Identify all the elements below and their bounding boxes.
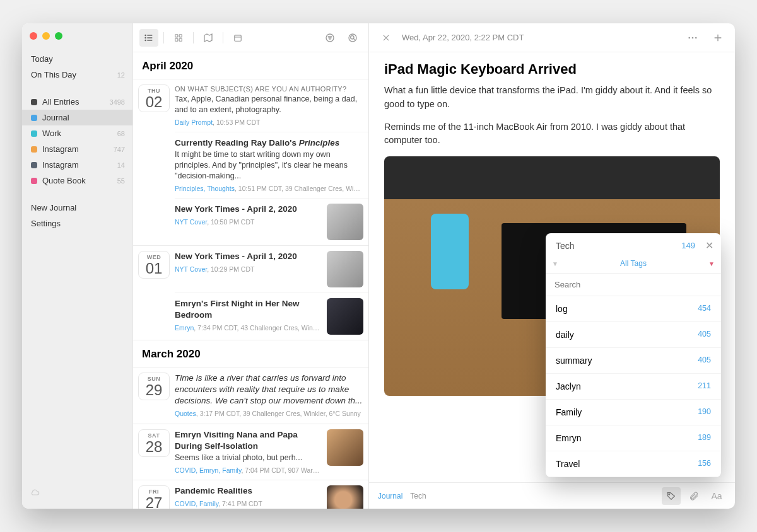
sidebar-item-settings[interactable]: Settings [22, 216, 132, 231]
tag-list-item[interactable]: daily405 [546, 322, 721, 348]
entry-row[interactable]: Emryn's First Night in Her New BedroomEm… [175, 293, 368, 340]
day-row: FRI27Pandemic RealitiesCOVID, Family, 7:… [133, 480, 368, 509]
entry-row[interactable]: Time is like a river that carries us for… [175, 367, 368, 424]
entry-row[interactable]: Currently Reading Ray Dalio's Principles… [175, 132, 368, 199]
window-controls [22, 26, 132, 51]
entry-title: New York Times - April 1, 2020 [175, 251, 322, 262]
date-badge: THU02 [138, 84, 170, 112]
entry-meta: Emryn, 7:34 PM CDT, 43 Challenger Cres, … [175, 323, 322, 332]
count: 14 [117, 161, 125, 169]
tag-name: log [556, 304, 568, 314]
entry-title: New York Times - April 2, 2020 [175, 204, 322, 215]
tag-count: 190 [698, 407, 711, 417]
month-header: March 2020 [133, 340, 368, 367]
attachment-icon[interactable] [684, 487, 703, 505]
entry-title: Emryn Visiting Nana and Papa During Self… [175, 429, 322, 452]
tag-count: 156 [698, 459, 711, 469]
tag-icon[interactable] [662, 487, 681, 505]
list-view-icon[interactable] [139, 29, 158, 47]
tag-name: Travel [556, 459, 580, 469]
entry-meta: Principles, Thoughts, 10:51 PM CDT, 39 C… [175, 184, 363, 193]
tab-all-tags[interactable]: All Tags [558, 259, 708, 268]
svg-point-22 [688, 37, 690, 38]
calendar-view-icon[interactable] [228, 29, 247, 47]
sidebar-item-on-this-day[interactable]: On This Day 12 [22, 67, 132, 83]
entry-date: Wed, Apr 22, 2020, 2:22 PM CDT [402, 33, 524, 42]
search-icon[interactable] [343, 29, 362, 47]
tag-name: daily [556, 330, 574, 340]
close-entry-icon[interactable] [377, 29, 396, 47]
more-icon[interactable] [683, 29, 702, 47]
cloud-sync-icon [30, 489, 40, 499]
current-tag-count: 149 [681, 241, 695, 250]
journal-color-icon [31, 115, 37, 121]
label: Instagram [42, 160, 79, 170]
footer-journal-tag[interactable]: Journal [378, 492, 402, 500]
label: Instagram [42, 144, 79, 154]
tag-list-item[interactable]: Emryn189 [546, 425, 721, 451]
entry-title: iPad Magic Keyboard Arrived [384, 61, 720, 78]
list-toolbar [133, 23, 368, 52]
sidebar-item-journal[interactable]: All Entries3498 [22, 94, 132, 110]
minimize-window-button[interactable] [42, 32, 50, 40]
svg-rect-11 [235, 35, 242, 40]
entry-row[interactable]: Pandemic RealitiesCOVID, Family, 7:41 PM… [175, 480, 368, 509]
map-view-icon[interactable] [199, 29, 218, 47]
sidebar-item-journal[interactable]: Quote Book55 [22, 173, 132, 188]
tag-list[interactable]: log454daily405summary405Jaclyn211Family1… [546, 296, 721, 477]
month-header: April 2020 [133, 52, 368, 79]
chevron-down-icon[interactable]: ▼ [552, 260, 558, 267]
sidebar-item-journal[interactable]: Instagram14 [22, 157, 132, 173]
entry-row[interactable]: Emryn Visiting Nana and Papa During Self… [175, 424, 368, 480]
maximize-window-button[interactable] [55, 32, 62, 40]
svg-point-23 [692, 37, 694, 38]
svg-point-5 [145, 40, 146, 40]
entry-footer: Journal Tech Aa [369, 482, 735, 509]
tag-list-item[interactable]: Family190 [546, 400, 721, 425]
entry-paragraph: What a fun little device that transforms… [384, 84, 720, 112]
entry-row[interactable]: ON WHAT SUBJECT(S) ARE YOU AN AUTHORITY?… [175, 79, 368, 132]
entry-body: Seems like a trivial photo, but perh... [175, 453, 322, 463]
sidebar-item-journal[interactable]: Work68 [22, 125, 132, 141]
close-window-button[interactable] [30, 32, 37, 40]
new-entry-icon[interactable] [708, 29, 727, 47]
date-badge: SAT28 [138, 429, 170, 457]
label: Journal [42, 113, 69, 122]
text-style-icon[interactable]: Aa [707, 487, 726, 505]
tag-count: 454 [698, 304, 711, 314]
sidebar-item-journal[interactable]: Journal [22, 110, 132, 125]
footer-tag[interactable]: Tech [410, 492, 426, 500]
grid-view-icon[interactable] [169, 29, 188, 47]
entry-row[interactable]: New York Times - April 2, 2020NYT Cover,… [175, 199, 368, 245]
tag-name: summary [556, 356, 592, 366]
filter-icon[interactable] [320, 29, 339, 47]
entry-list[interactable]: April 2020THU02ON WHAT SUBJECT(S) ARE YO… [133, 52, 368, 509]
entry-list-column: April 2020THU02ON WHAT SUBJECT(S) ARE YO… [133, 23, 369, 509]
tag-list-item[interactable]: Jaclyn211 [546, 374, 721, 400]
tag-list-item[interactable]: log454 [546, 296, 721, 322]
sidebar: Today On This Day 12 All Entries3498Jour… [22, 23, 133, 509]
entry-body: Tax, Apple, Canadian personal finance, b… [175, 94, 363, 115]
journal-color-icon [31, 178, 37, 184]
tag-search-input[interactable] [546, 274, 721, 296]
tag-list-item[interactable]: Travel156 [546, 451, 721, 477]
svg-marker-10 [204, 34, 212, 42]
sidebar-item-today[interactable]: Today [22, 51, 132, 67]
entry-row[interactable]: New York Times - April 1, 2020NYT Cover,… [175, 246, 368, 293]
tag-popover: Tech 149 ✕ ▼ All Tags ▼ log454daily405su… [546, 233, 721, 477]
label: Today [31, 54, 53, 64]
svg-line-19 [353, 38, 355, 40]
date-badge: SUN29 [138, 373, 170, 400]
label: On This Day [31, 70, 76, 79]
entry-meta: Quotes, 3:17 PM CDT, 39 Challenger Cres,… [175, 409, 363, 418]
label: New Journal [31, 203, 76, 212]
tag-list-item[interactable]: summary405 [546, 348, 721, 374]
day-row: SAT28Emryn Visiting Nana and Papa During… [133, 424, 368, 480]
detail-toolbar: Wed, Apr 22, 2020, 2:22 PM CDT [369, 23, 735, 52]
chevron-down-icon[interactable]: ▼ [708, 260, 715, 267]
close-popover-icon[interactable]: ✕ [705, 240, 713, 252]
tag-name: Jaclyn [556, 381, 581, 391]
sidebar-item-new-journal[interactable]: New Journal [22, 200, 132, 216]
sidebar-item-journal[interactable]: Instagram747 [22, 141, 132, 157]
entry-paragraph: Reminds me of the 11-inch MacBook Air fr… [384, 120, 720, 148]
